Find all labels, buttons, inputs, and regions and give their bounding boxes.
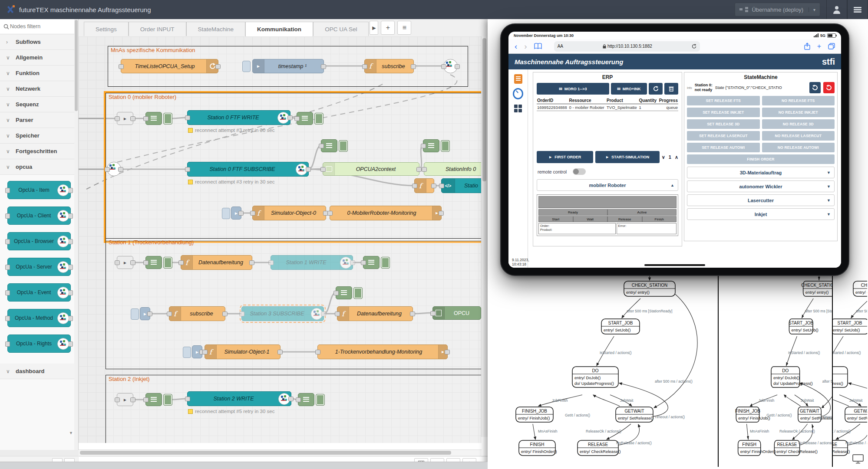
button-set-release-fts[interactable]: SET RELEASE FTS [687, 96, 760, 105]
address-bar[interactable]: AA http://10.10.130.5:1882 [554, 41, 700, 52]
sidebar-item-gauge[interactable] [513, 89, 523, 99]
node-fn-square[interactable]: f [414, 178, 434, 193]
palette-scroll-down-icon[interactable]: ▼ [69, 431, 73, 435]
palette-scrollbar[interactable] [74, 19, 78, 450]
tab-settings[interactable]: Settings [84, 22, 129, 36]
node-inject-sim1[interactable]: ► [183, 345, 202, 358]
button-set-release-autowi[interactable]: SET RELEASE AUTOWI [687, 143, 760, 152]
output-port[interactable] [118, 167, 123, 172]
table-row[interactable]: 16995229348880 - mobiler RoboterTVO_Spie… [537, 104, 678, 111]
input-port[interactable] [315, 350, 320, 354]
mro-ink-button[interactable]: ✉MRO+INK [611, 83, 647, 95]
palette-category-speicher[interactable]: ∨Speicher [0, 128, 78, 144]
output-port[interactable] [439, 211, 444, 216]
output-port[interactable] [222, 312, 228, 316]
input-port[interactable] [250, 211, 255, 216]
share-icon[interactable] [804, 43, 810, 50]
output-port[interactable] [287, 115, 293, 120]
button-no-release-inkjet[interactable]: NO RELEASE INKJET [762, 108, 835, 117]
main-menu-button[interactable] [847, 0, 868, 19]
output-port[interactable] [306, 167, 311, 172]
palette-category-opcua[interactable]: ∨opcua [0, 159, 78, 175]
button-no-release-autowi[interactable]: NO RELEASE AUTOWI [762, 143, 835, 152]
button-no-release-lasercut[interactable]: NO RELEASE LASERCUT [762, 131, 835, 141]
inject-button[interactable] [222, 208, 230, 219]
reset-state-button[interactable] [809, 82, 821, 93]
palette-node-opcua-rights[interactable]: OpcUa - Rights [7, 335, 71, 353]
output-port[interactable] [130, 397, 135, 402]
node-datenaufbereitung-1b[interactable]: fDatenaufbereitung [337, 306, 413, 321]
tab-statemachine[interactable]: StateMachine [186, 22, 246, 36]
palette-category-sequenz[interactable]: ∨Sequenz [0, 97, 78, 112]
input-port[interactable] [105, 167, 110, 172]
finish-order-button[interactable]: FINISH ORDER [687, 154, 835, 164]
input-port[interactable] [412, 184, 417, 188]
palette-category-parser[interactable]: ∨Parser [0, 112, 78, 128]
palette-node-opcua-method[interactable]: OpcUa - Method [7, 309, 71, 327]
deploy-caret-icon[interactable]: ▾ [809, 7, 815, 12]
accordion-inkjet[interactable]: Inkjet▼ [687, 208, 835, 220]
inject-node[interactable]: ► [140, 307, 150, 320]
node-datenaufbereitung-1[interactable]: fDatenaufbereitung [181, 255, 252, 270]
input-port[interactable] [422, 167, 427, 172]
node-fn-subscribe-mnas[interactable]: fsubscribe [364, 59, 414, 73]
node-station0-ftf-subscribe[interactable]: Station 0 FTF SUBSCRIBE [187, 162, 309, 177]
input-port[interactable] [185, 397, 190, 401]
accordion-3d-materialauftrag[interactable]: 3D-Materialauftrag▼ [687, 167, 835, 178]
palette-search[interactable] [0, 19, 78, 34]
input-port[interactable] [327, 211, 333, 216]
input-port[interactable] [119, 64, 124, 69]
palette-node-opcua-server[interactable]: OpcUa - Server [7, 258, 71, 276]
debug-toggle-button[interactable] [339, 140, 348, 152]
node-debug[interactable] [145, 112, 162, 125]
canvas-vscrollbar[interactable] [481, 36, 488, 437]
user-menu-button[interactable] [826, 0, 847, 19]
delete-orders-button[interactable] [664, 83, 678, 95]
new-tab-button[interactable]: + [817, 43, 821, 50]
deploy-button[interactable]: Übernahme (deploy) ▾ [735, 3, 820, 16]
sidebar-item-apps[interactable] [513, 103, 523, 114]
forward-button[interactable]: › [524, 42, 527, 50]
input-port[interactable] [268, 260, 274, 265]
node-debug[interactable] [145, 256, 162, 269]
input-port[interactable] [202, 350, 208, 354]
palette-category-funktion[interactable]: ∨Funktion [0, 66, 78, 81]
node-inject-sub1[interactable]: ► [131, 307, 150, 320]
node-link-in-0[interactable]: ► [117, 112, 133, 125]
button-set-release-3d[interactable]: SET RELEASE 3D [687, 119, 760, 129]
node-simulator-object-0[interactable]: fSimulator-Object-0 [252, 206, 326, 220]
palette-category-netzwerk[interactable]: ∨Netzwerk [0, 81, 78, 97]
palette-node-opcua-client[interactable]: OpcUa - Client [7, 207, 71, 225]
first-order-button[interactable]: ►FIRST ORDER [537, 151, 593, 163]
node-inject-sim0[interactable]: ► [222, 207, 241, 220]
node-simulator-object-1[interactable]: fSimulator-Object-1 [205, 344, 281, 359]
group-station2[interactable]: Station 2 (Inkjet) [106, 375, 482, 443]
input-port[interactable] [361, 260, 366, 265]
palette-node-opcua-browser[interactable]: OpcUa - Browser [7, 232, 71, 250]
node-link-in-1[interactable]: ► [117, 256, 133, 269]
node-opcua-round-0[interactable] [107, 162, 121, 176]
inject-button[interactable] [242, 61, 251, 72]
output-port[interactable] [238, 211, 244, 216]
output-port[interactable] [147, 312, 152, 316]
debug-toggle-button[interactable] [163, 394, 172, 406]
input-port[interactable] [115, 260, 120, 265]
button-no-release-fts[interactable]: NO RELEASE FTS [762, 96, 835, 105]
bookmarks-icon[interactable] [534, 43, 542, 49]
hard-reset-button[interactable] [823, 82, 835, 93]
start-simulation-button[interactable]: ►START-SIMULATION [595, 151, 660, 163]
flow-list-button[interactable]: ≡ [397, 21, 411, 35]
node-debug[interactable] [298, 393, 314, 406]
input-port[interactable] [441, 64, 446, 69]
debug-toggle-button[interactable] [353, 287, 363, 299]
node-station2-write[interactable]: Station 2 WRITE [187, 391, 291, 406]
palette-node-opcua-event[interactable]: OpcUa - Event [7, 283, 71, 302]
button-set-release-inkjet[interactable]: SET RELEASE INKJET [687, 108, 760, 117]
input-port[interactable] [296, 397, 301, 402]
output-port[interactable] [277, 350, 283, 354]
search-input[interactable] [9, 23, 63, 30]
node-station0-ftf-write[interactable]: Station 0 FTF WRITE [187, 110, 290, 125]
output-port[interactable] [431, 184, 436, 188]
palette-category-subflows[interactable]: ›Subflows [0, 34, 78, 50]
accordion-lasercutter[interactable]: Lasercutter▼ [687, 194, 835, 206]
